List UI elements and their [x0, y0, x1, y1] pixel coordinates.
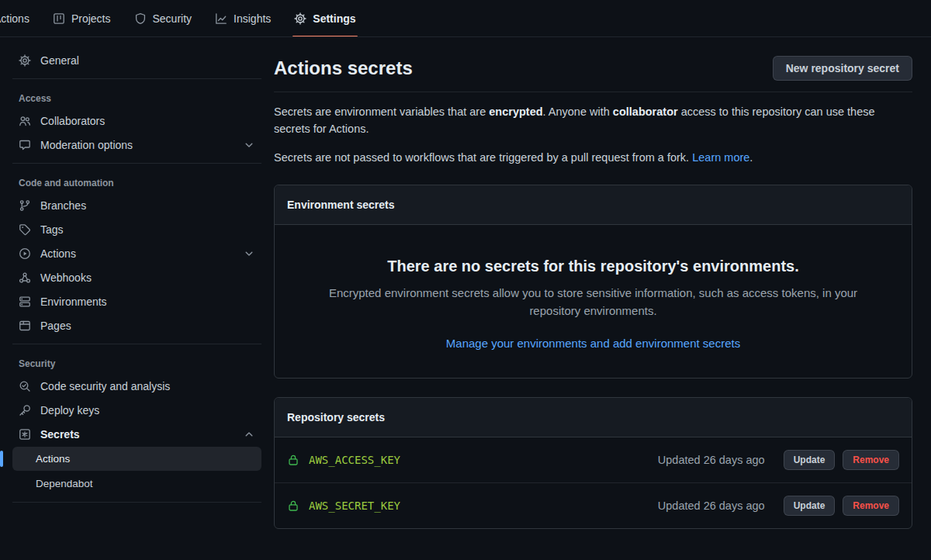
- sidebar-item-branches[interactable]: Branches: [12, 194, 261, 217]
- sidebar-item-label: Pages: [40, 320, 71, 332]
- sidebar-item-deploy-keys[interactable]: Deploy keys: [12, 399, 261, 422]
- sidebar-item-label: Branches: [40, 199, 86, 212]
- lock-icon: [287, 500, 299, 512]
- sidebar-item-label: Webhooks: [40, 271, 92, 284]
- sidebar-item-environments[interactable]: Environments: [12, 290, 261, 313]
- tab-actions[interactable]: Actions: [0, 0, 37, 37]
- intro-paragraph-1: Secrets are environment variables that a…: [274, 103, 912, 138]
- learn-more-link[interactable]: Learn more: [692, 151, 749, 164]
- sidebar-item-tags[interactable]: Tags: [12, 218, 261, 241]
- tag-icon: [19, 223, 31, 236]
- chevron-down-icon: [243, 139, 255, 151]
- sidebar-section-code-and-automation: Code and automation: [0, 170, 274, 193]
- tab-label: Projects: [71, 12, 111, 25]
- sidebar-item-actions[interactable]: Actions: [12, 242, 261, 265]
- text-bold: encrypted: [489, 105, 542, 118]
- play-icon: [19, 247, 31, 260]
- page-title: Actions secrets: [274, 57, 413, 79]
- tab-security[interactable]: Security: [126, 0, 200, 37]
- environment-secrets-header: Environment secrets: [275, 185, 912, 225]
- sidebar-item-label: Environments: [40, 296, 107, 308]
- sidebar-item-general[interactable]: General: [12, 49, 261, 72]
- tab-label: Actions: [0, 12, 29, 25]
- text-bold: collaborator: [613, 105, 678, 118]
- update-secret-button[interactable]: Update: [784, 496, 836, 516]
- divider: [12, 163, 261, 164]
- new-repository-secret-button[interactable]: New repository secret: [773, 56, 912, 81]
- sidebar-item-label: Code security and analysis: [40, 380, 170, 392]
- sidebar-item-label: Actions: [40, 247, 76, 260]
- gear-icon: [19, 54, 31, 67]
- text: Secrets are environment variables that a…: [274, 105, 489, 118]
- tab-insights[interactable]: Insights: [207, 0, 279, 37]
- graph-icon: [215, 12, 227, 25]
- sidebar-section-access: Access: [0, 85, 274, 109]
- sidebar-item-webhooks[interactable]: Webhooks: [12, 266, 261, 289]
- tab-label: Security: [153, 12, 192, 25]
- blankslate-description: Encrypted environment secrets allow you …: [306, 285, 881, 320]
- key-icon: [19, 404, 31, 417]
- repository-secrets-header: Repository secrets: [275, 398, 912, 437]
- tab-projects[interactable]: Projects: [45, 0, 119, 37]
- secret-row: AWS_ACCESS_KEY Updated 26 days ago Updat…: [275, 437, 912, 482]
- divider: [12, 502, 261, 503]
- update-secret-button[interactable]: Update: [784, 450, 836, 470]
- secret-row: AWS_SECRET_KEY Updated 26 days ago Updat…: [275, 482, 912, 528]
- remove-secret-button[interactable]: Remove: [843, 496, 899, 516]
- webhook-icon: [19, 271, 31, 284]
- project-icon: [53, 12, 65, 25]
- sidebar-subitem-secrets-actions[interactable]: Actions: [12, 447, 261, 471]
- sidebar-item-label: Secrets: [40, 428, 80, 441]
- divider: [12, 344, 261, 344]
- tab-settings[interactable]: Settings: [286, 0, 363, 37]
- sidebar-item-secrets[interactable]: Secrets: [12, 423, 261, 446]
- settings-sidebar: General Access Collaborators Moderation …: [0, 37, 274, 560]
- text: .: [749, 151, 753, 164]
- tab-label: Insights: [234, 12, 271, 25]
- intro-text: Secrets are environment variables that a…: [274, 103, 912, 166]
- divider: [12, 78, 261, 79]
- codescan-icon: [19, 380, 31, 392]
- environment-secrets-blankslate: There are no secrets for this repository…: [275, 225, 912, 378]
- repository-secrets-box: Repository secrets AWS_ACCESS_KEY Update…: [274, 397, 912, 529]
- sidebar-item-collaborators[interactable]: Collaborators: [12, 109, 261, 133]
- sidebar-item-pages[interactable]: Pages: [12, 314, 261, 337]
- remove-secret-button[interactable]: Remove: [843, 450, 899, 470]
- server-icon: [19, 296, 31, 308]
- sidebar-item-label: Tags: [40, 223, 64, 236]
- divider: [274, 92, 912, 92]
- actions-secrets-page: Actions secrets New repository secret Se…: [274, 37, 931, 560]
- sidebar-item-label: Moderation options: [40, 139, 133, 151]
- sidebar-item-label: Dependabot: [36, 478, 93, 489]
- chevron-up-icon: [243, 428, 255, 441]
- intro-paragraph-2: Secrets are not passed to workflows that…: [274, 149, 912, 166]
- secret-name: AWS_ACCESS_KEY: [309, 454, 400, 466]
- text: . Anyone with: [543, 105, 613, 118]
- secret-updated: Updated 26 days ago: [658, 500, 765, 512]
- browser-icon: [19, 320, 31, 332]
- git-branch-icon: [19, 199, 31, 212]
- sidebar-subitem-secrets-dependabot[interactable]: Dependabot: [12, 472, 261, 496]
- gear-icon: [294, 12, 306, 25]
- manage-environments-link[interactable]: Manage your environments and add environ…: [446, 337, 740, 350]
- secret-updated: Updated 26 days ago: [658, 454, 765, 466]
- sidebar-item-label: Deploy keys: [40, 404, 99, 417]
- shield-icon: [134, 12, 147, 25]
- text: Secrets are not passed to workflows that…: [274, 151, 692, 164]
- sidebar-item-code-security[interactable]: Code security and analysis: [12, 375, 261, 398]
- lock-icon: [287, 454, 299, 466]
- sidebar-item-label: Collaborators: [40, 115, 105, 127]
- people-icon: [19, 115, 31, 127]
- sidebar-item-moderation-options[interactable]: Moderation options: [12, 133, 261, 157]
- sidebar-section-security: Security: [0, 351, 274, 374]
- secret-name: AWS_SECRET_KEY: [309, 500, 400, 512]
- sidebar-item-label: General: [40, 54, 79, 67]
- sidebar-item-label: Actions: [36, 453, 70, 465]
- repo-tab-nav: Actions Projects Security Insights Setti…: [0, 0, 931, 37]
- tab-label: Settings: [313, 12, 355, 25]
- blankslate-title: There are no secrets for this repository…: [299, 258, 887, 275]
- key-asterisk-icon: [19, 428, 31, 441]
- comment-discussion-icon: [19, 139, 31, 151]
- page-header: Actions secrets New repository secret: [274, 56, 912, 81]
- chevron-down-icon: [243, 247, 255, 260]
